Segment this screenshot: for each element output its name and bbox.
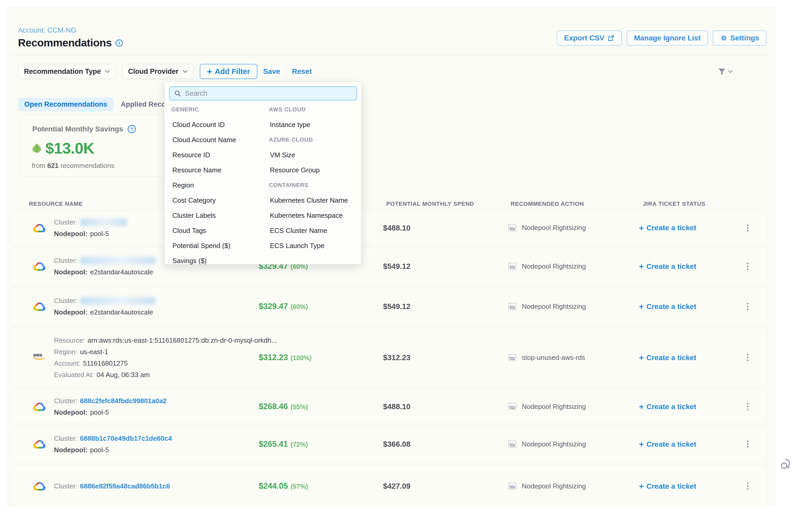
create-ticket-button[interactable]: + Create a ticket [639, 302, 696, 311]
dropdown-item-instance-type[interactable]: Instance type [269, 121, 310, 129]
dropdown-item-savings-[interactable]: Savings ($) [171, 257, 207, 265]
dropdown-item-cloud-tags[interactable]: Cloud Tags [171, 227, 206, 235]
create-ticket-button[interactable]: + Create a ticket [639, 262, 696, 271]
table-row[interactable]: Cluster:6888b1c70e49db17c1de60c4Nodepool… [11, 425, 767, 463]
plus-icon: + [639, 353, 644, 362]
account-breadcrumb[interactable]: Account: CCM-NG [18, 26, 76, 34]
resource-value: arn:aws:rds:us-east-1:511616801275:db:zn… [88, 335, 277, 346]
tab-open-recommendations[interactable]: Open Recommendations [18, 98, 113, 111]
settings-button[interactable]: Settings [713, 31, 766, 46]
export-csv-button[interactable]: Export CSV [557, 31, 622, 46]
dropdown-item-resource-name[interactable]: Resource Name [171, 166, 222, 174]
dropdown-item-ecs-cluster-name[interactable]: ECS Cluster Name [269, 227, 327, 235]
savings-value: $268.46 [259, 402, 288, 411]
savings-percent: (100%) [290, 354, 312, 361]
plus-icon: + [639, 481, 644, 491]
manage-ignore-list-button[interactable]: Manage Ignore List [627, 31, 708, 46]
resource-line: Nodepool:pool-5 [54, 444, 172, 456]
recommended-action-label: stop-unused-aws-rds [522, 354, 585, 362]
create-ticket-label: Create a ticket [646, 262, 696, 270]
chevron-down-icon [182, 70, 188, 73]
gcp-icon [32, 438, 46, 450]
add-filter-button[interactable]: + Add Filter [200, 64, 258, 79]
gcp-icon [32, 222, 46, 234]
save-filter-button[interactable]: Save [263, 67, 280, 76]
column-header-jira-ticket-status: JIRA TICKET STATUS [643, 201, 705, 207]
row-menu-button[interactable] [745, 400, 750, 413]
row-menu-button[interactable] [745, 351, 750, 364]
gcp-icon [32, 400, 46, 413]
potential-monthly-savings-cell: $329.47(60%) [259, 302, 308, 311]
rightsizing-action-icon [508, 440, 518, 449]
gcp-icon [32, 300, 46, 313]
support-chat-icon[interactable] [779, 457, 794, 472]
resource-name-cell: Cluster:6888b1c70e49db17c1de60c4Nodepool… [54, 433, 172, 456]
create-ticket-button[interactable]: + Create a ticket [639, 223, 696, 233]
resource-value: pool-5 [90, 406, 109, 418]
chevron-down-icon [728, 70, 733, 73]
help-icon[interactable]: ? [127, 125, 136, 134]
potential-monthly-spend-cell: $427.09 [383, 482, 411, 491]
recommended-action-label: Nodepool Rightsizing [522, 403, 586, 411]
resource-line: Account:511616801275 [54, 358, 277, 369]
recommended-action-label: Nodepool Rightsizing [522, 262, 586, 270]
row-menu-button[interactable] [745, 438, 750, 451]
create-ticket-button[interactable]: + Create a ticket [639, 439, 696, 449]
dropdown-item-resource-group[interactable]: Resource Group [269, 166, 320, 174]
recommended-action-cell: Nodepool Rightsizing [508, 224, 586, 232]
dropdown-section-azure-cloud: AZURE CLOUD [269, 136, 313, 143]
savings-value: $265.41 [259, 439, 288, 449]
column-header-recommended-action: RECOMMENDED ACTION [511, 201, 584, 207]
resource-value: e2standar4autoscale [90, 306, 153, 318]
row-menu-button[interactable] [745, 480, 750, 493]
row-menu-button[interactable] [745, 260, 750, 273]
create-ticket-label: Create a ticket [646, 440, 696, 448]
cluster-link[interactable]: 688c2fefc84fbdc99801a0a2 [80, 395, 167, 406]
row-menu-button[interactable] [745, 300, 750, 313]
table-row[interactable]: Cluster:Nodepool:pool-5 $488.10 Nodepool… [11, 210, 767, 245]
create-ticket-button[interactable]: + Create a ticket [639, 402, 696, 412]
filter-pill-recommendation-type[interactable]: Recommendation Type [18, 64, 116, 79]
create-ticket-label: Create a ticket [646, 353, 696, 362]
dropdown-search-input[interactable] [185, 90, 352, 97]
create-ticket-button[interactable]: + Create a ticket [639, 353, 696, 362]
header-actions: Export CSVManage Ignore ListSettings [557, 31, 766, 46]
rightsizing-action-icon [508, 482, 518, 491]
dropdown-section-generic: GENERIC [171, 106, 199, 113]
resource-value: pool-5 [90, 444, 109, 456]
dropdown-item-cloud-account-id[interactable]: Cloud Account ID [171, 121, 225, 129]
table-row[interactable]: aws Resource:arn:aws:rds:us-east-1:51161… [11, 327, 767, 387]
chevron-down-icon [104, 70, 110, 73]
dropdown-item-kubernetes-cluster-name[interactable]: Kubernetes Cluster Name [269, 196, 348, 205]
dropdown-item-region[interactable]: Region [171, 181, 194, 189]
row-menu-button[interactable] [745, 222, 750, 234]
create-ticket-button[interactable]: + Create a ticket [639, 481, 696, 491]
potential-monthly-spend-cell: $366.08 [383, 440, 411, 449]
resource-value: pool-5 [90, 228, 109, 240]
reset-filter-button[interactable]: Reset [292, 67, 312, 76]
dropdown-item-cost-category[interactable]: Cost Category [171, 196, 216, 205]
filter-funnel-button[interactable] [717, 67, 733, 76]
table-row[interactable]: Cluster:688c2fefc84fbdc99801a0a2Nodepool… [11, 390, 767, 423]
cluster-link[interactable]: 6886e92f59a48cad86b5b1c6 [80, 480, 170, 492]
potential-monthly-spend-cell: $549.12 [383, 302, 411, 311]
dropdown-item-potential-spend-[interactable]: Potential Spend ($) [171, 242, 230, 250]
rightsizing-action-icon [508, 224, 518, 232]
dropdown-item-resource-id[interactable]: Resource ID [171, 151, 210, 159]
dropdown-search-box[interactable] [169, 86, 357, 100]
table-row[interactable]: Cluster:6886e92f59a48cad86b5b1c6 $244.05… [11, 465, 767, 506]
resource-line: Nodepool:pool-5 [54, 406, 167, 418]
dropdown-item-cluster-labels[interactable]: Cluster Labels [171, 211, 216, 220]
savings-percent: (55%) [290, 403, 308, 411]
table-row[interactable]: Cluster:Nodepool:e2standar4autoscale $32… [11, 287, 767, 325]
dropdown-item-vm-size[interactable]: VM Size [269, 151, 295, 159]
resource-line: Region:us-east-1 [54, 346, 277, 358]
info-icon[interactable] [115, 39, 123, 47]
dropdown-item-kubernetes-namespace[interactable]: Kubernetes Namespace [269, 211, 343, 220]
dropdown-item-cloud-account-name[interactable]: Cloud Account Name [171, 136, 236, 144]
dropdown-item-ecs-launch-type[interactable]: ECS Launch Type [269, 242, 324, 250]
filter-pill-cloud-provider[interactable]: Cloud Provider [122, 64, 194, 79]
cluster-link[interactable]: 6888b1c70e49db17c1de60c4 [80, 433, 172, 444]
table-row[interactable]: Cluster:Nodepool:e2standar4autoscale $32… [11, 247, 767, 285]
resource-line: Cluster: [54, 295, 156, 306]
